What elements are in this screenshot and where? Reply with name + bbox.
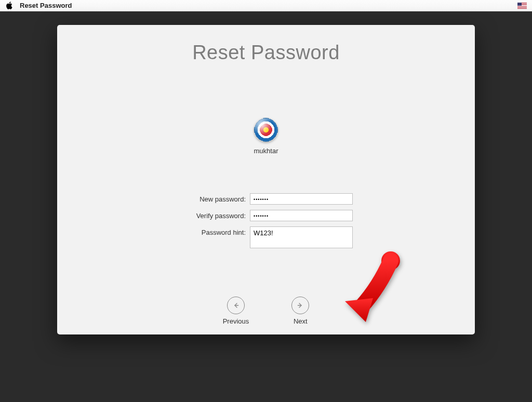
new-password-label: New password: [179, 193, 246, 203]
new-password-row: New password: ••••••• [179, 193, 353, 205]
previous-label: Previous [223, 317, 249, 325]
verify-password-label: Verify password: [179, 210, 246, 220]
previous-button[interactable]: Previous [223, 297, 249, 325]
reset-password-dialog: Reset Password mukhtar New password: •••… [57, 25, 475, 334]
nav-row: Previous Next [57, 297, 475, 325]
arrow-left-icon [227, 297, 245, 314]
desktop: Reset Password mukhtar New password: •••… [0, 11, 532, 402]
menubar: Reset Password [0, 0, 532, 11]
password-hint-field[interactable] [250, 226, 353, 248]
svg-point-0 [381, 251, 400, 270]
user-avatar-target-icon[interactable] [254, 118, 278, 142]
apple-logo-icon[interactable] [5, 2, 12, 9]
arrow-right-icon [291, 297, 309, 314]
us-flag-icon[interactable] [517, 3, 527, 9]
user-name-label: mukhtar [254, 147, 278, 155]
password-form: New password: ••••••• Verify password: •… [179, 193, 353, 248]
new-password-field[interactable]: ••••••• [250, 193, 353, 205]
page-title: Reset Password [192, 42, 340, 64]
verify-password-row: Verify password: ••••••• [179, 210, 353, 221]
password-hint-row: Password hint: [179, 226, 353, 248]
next-label: Next [294, 317, 308, 325]
verify-password-field[interactable]: ••••••• [250, 210, 353, 221]
next-button[interactable]: Next [291, 297, 309, 325]
password-hint-label: Password hint: [179, 226, 246, 236]
user-section: mukhtar [254, 118, 278, 155]
menubar-app-title: Reset Password [20, 2, 72, 9]
